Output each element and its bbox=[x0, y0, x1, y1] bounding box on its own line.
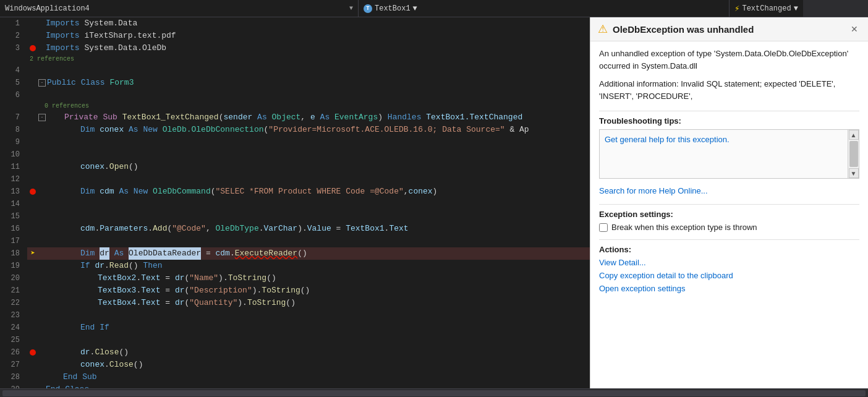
code-editor[interactable]: 1 2 3 4 5 6 7 8 9 10 11 12 13 14 15 16 1… bbox=[0, 17, 590, 388]
code-line-23 bbox=[27, 309, 590, 322]
tips-scroll-thumb bbox=[849, 141, 858, 167]
code-line-19: If dr.Read() Then bbox=[27, 260, 590, 272]
tips-scroll-down[interactable]: ▼ bbox=[849, 168, 859, 178]
exception-close-button[interactable]: ✕ bbox=[848, 23, 861, 35]
code-line-9 bbox=[27, 136, 590, 148]
code-line-4 bbox=[27, 64, 590, 77]
line-num-22: 22 bbox=[0, 297, 20, 309]
break-on-exception-row: Break when this exception type is thrown bbox=[599, 223, 859, 232]
code-line-28: End Sub bbox=[27, 371, 590, 383]
actions-title: Actions: bbox=[599, 245, 859, 254]
line-num-18: 18 bbox=[0, 247, 20, 260]
references-hint-2: 0 references bbox=[27, 101, 590, 111]
horizontal-scrollbar[interactable] bbox=[2, 390, 866, 396]
code-line-10 bbox=[27, 148, 590, 161]
code-line-20: TextBox2.Text = dr("Name").ToString() bbox=[27, 272, 590, 284]
current-line-arrow: ➤ bbox=[30, 247, 35, 260]
line-num-24: 24 bbox=[0, 322, 20, 334]
line-num-26: 26 bbox=[0, 346, 20, 359]
tips-box: Get general help for this exception. ▲ ▼ bbox=[599, 129, 859, 179]
code-lines: 1 2 3 4 5 6 7 8 9 10 11 12 13 14 15 16 1… bbox=[0, 17, 590, 388]
exception-warning-icon: ⚠ bbox=[598, 22, 608, 36]
line-num-2: 2 bbox=[0, 30, 20, 42]
line-num-25: 25 bbox=[0, 334, 20, 346]
project-selector[interactable]: WindowsApplication4 ▼ bbox=[0, 0, 359, 17]
control-selector[interactable]: TextBox1 ▼ bbox=[359, 0, 730, 17]
line-num-27: 27 bbox=[0, 359, 20, 371]
line-num-8: 8 bbox=[0, 124, 20, 136]
exception-title: OleDbException was unhandled bbox=[613, 24, 843, 35]
line-num-ref7 bbox=[0, 101, 20, 111]
view-detail-link[interactable]: View Detail... bbox=[599, 258, 859, 267]
troubleshooting-title: Troubleshooting tips: bbox=[599, 116, 859, 126]
expand-btn-5[interactable]: - bbox=[38, 79, 46, 87]
code-line-5: - Public Class Form3 bbox=[27, 77, 590, 89]
line-num-1: 1 bbox=[0, 17, 20, 30]
line-num-29: 29 bbox=[0, 383, 20, 388]
event-name: TextChanged bbox=[742, 4, 791, 13]
breakpoint-3 bbox=[27, 45, 38, 51]
open-settings-link[interactable]: Open exception settings bbox=[599, 284, 859, 293]
references-hint-1: 2 references bbox=[27, 54, 590, 64]
code-line-14 bbox=[27, 198, 590, 210]
project-dropdown-arrow[interactable]: ▼ bbox=[349, 5, 353, 12]
event-dropdown-arrow[interactable]: ▼ bbox=[794, 4, 798, 13]
code-line-15 bbox=[27, 210, 590, 223]
exception-body: An unhandled exception of type 'System.D… bbox=[590, 41, 868, 388]
line-num-23: 23 bbox=[0, 309, 20, 322]
code-line-26: dr.Close() bbox=[27, 346, 590, 359]
line-num-11: 11 bbox=[0, 161, 20, 173]
line-num-ref3 bbox=[0, 54, 20, 64]
exception-additional-info: Additional information: Invalid SQL stat… bbox=[599, 78, 859, 102]
tips-scrollbar: ▲ ▼ bbox=[848, 130, 859, 178]
code-line-27: conex.Close() bbox=[27, 359, 590, 371]
code-line-3: Imports System.Data.OleDb bbox=[27, 42, 590, 54]
control-dropdown-arrow[interactable]: ▼ bbox=[413, 4, 417, 13]
code-line-21: TextBox3.Text = dr("Description").ToStri… bbox=[27, 284, 590, 297]
line-num-14: 14 bbox=[0, 198, 20, 210]
actions-section: View Detail... Copy exception detail to … bbox=[599, 258, 859, 293]
code-line-29: End Class bbox=[27, 383, 590, 388]
tip-link[interactable]: Get general help for this exception. bbox=[605, 135, 841, 144]
line-num-15: 15 bbox=[0, 210, 20, 223]
code-line-1: Imports System.Data bbox=[27, 17, 590, 30]
search-help-link[interactable]: Search for more Help Online... bbox=[599, 186, 859, 195]
line-num-19: 19 bbox=[0, 260, 20, 272]
line-num-5: 5 bbox=[0, 77, 20, 89]
tips-scroll-up[interactable]: ▲ bbox=[849, 130, 859, 140]
exception-message: An unhandled exception of type 'System.D… bbox=[599, 48, 859, 72]
code-line-16: cdm.Parameters.Add("@Code", OleDbType.Va… bbox=[27, 223, 590, 235]
event-selector[interactable]: ⚡ TextChanged ▼ bbox=[730, 0, 803, 17]
line-num-9: 9 bbox=[0, 136, 20, 148]
line-num-13: 13 bbox=[0, 186, 20, 198]
top-bar: WindowsApplication4 ▼ TextBox1 ▼ ⚡ TextC… bbox=[0, 0, 868, 17]
line-num-16: 16 bbox=[0, 223, 20, 235]
code-line-11: conex.Open() bbox=[27, 161, 590, 173]
breakpoint-dot-13 bbox=[30, 189, 36, 195]
line-num-20: 20 bbox=[0, 272, 20, 284]
line-num-21: 21 bbox=[0, 284, 20, 297]
line-num-7: 7 bbox=[0, 111, 20, 124]
breakpoint-dot-26 bbox=[30, 349, 36, 356]
breakpoint-dot-3 bbox=[30, 45, 36, 51]
code-line-17 bbox=[27, 235, 590, 247]
exception-panel: ⚠ OleDbException was unhandled ✕ An unha… bbox=[590, 17, 868, 388]
control-name: TextBox1 bbox=[375, 4, 411, 13]
copy-detail-link[interactable]: Copy exception detail to the clipboard bbox=[599, 271, 859, 280]
code-line-18: ➤ Dim dr As OleDbDataReader = cdm.Execut… bbox=[27, 247, 590, 260]
breakpoint-13 bbox=[27, 189, 38, 195]
code-line-25 bbox=[27, 334, 590, 346]
expand-btn-7[interactable]: - bbox=[38, 114, 46, 121]
line-num-17: 17 bbox=[0, 235, 20, 247]
break-on-exception-label: Break when this exception type is thrown bbox=[611, 223, 757, 232]
line-num-12: 12 bbox=[0, 173, 20, 186]
code-line-2: Imports iTextSharp.text.pdf bbox=[27, 30, 590, 42]
code-line-24: End If bbox=[27, 322, 590, 334]
code-line-12 bbox=[27, 173, 590, 186]
break-on-exception-checkbox[interactable] bbox=[599, 223, 608, 232]
line-num-3: 3 bbox=[0, 42, 20, 54]
code-content[interactable]: Imports System.Data Imports iTextSharp.t… bbox=[25, 17, 590, 388]
exception-settings-title: Exception settings: bbox=[599, 210, 859, 219]
tips-box-inner: Get general help for this exception. bbox=[600, 130, 859, 149]
code-line-13: Dim cdm As New OleDbCommand("SELEC *FROM… bbox=[27, 186, 590, 198]
